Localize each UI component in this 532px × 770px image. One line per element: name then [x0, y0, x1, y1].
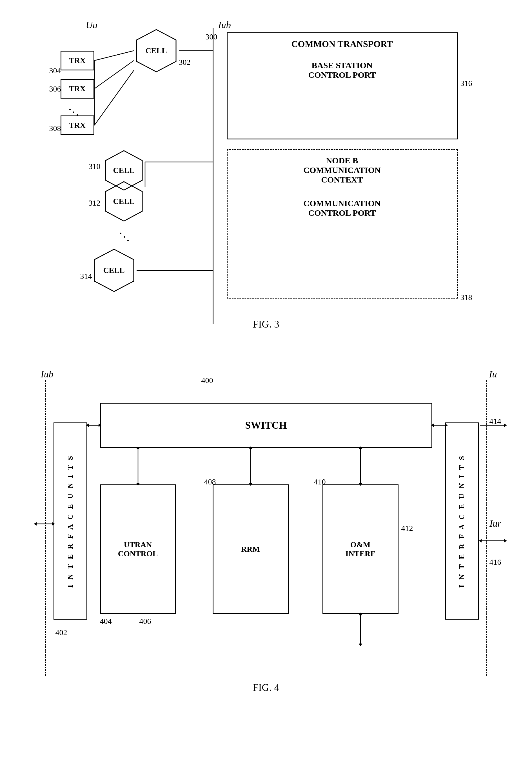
- dots-trx: ·: [69, 104, 71, 115]
- label-302: 302: [179, 58, 191, 67]
- label-402: 402: [55, 628, 67, 637]
- iub-dashed-line: [45, 380, 46, 676]
- om-interf-label: O&MINTERF: [346, 540, 375, 558]
- common-transport-area: COMMON TRANSPORT BASE STATIONCONTROL POR…: [227, 32, 458, 139]
- cell-312-label: CELL: [113, 197, 134, 206]
- trx-306-box: TRX: [61, 79, 94, 99]
- fig3-caption: FIG. 3: [13, 318, 520, 330]
- label-304: 304: [49, 66, 61, 75]
- iub-label: Iub: [218, 20, 231, 30]
- label-404: 404: [100, 617, 112, 626]
- label-306: 306: [49, 84, 61, 94]
- svg-marker-31: [504, 424, 507, 427]
- cell-312-hex: CELL: [103, 180, 145, 222]
- label-300: 300: [206, 32, 217, 41]
- rrm-box: RRM: [213, 484, 289, 614]
- cell-310-label: CELL: [113, 166, 134, 175]
- label-312: 312: [89, 199, 101, 208]
- dots-cell3: ·: [127, 235, 129, 246]
- label-308: 308: [49, 124, 61, 133]
- svg-marker-28: [34, 522, 37, 526]
- right-interface-units-box: I N T E R F A C E U N I T S: [445, 422, 479, 620]
- svg-marker-33: [479, 539, 482, 542]
- label-416: 416: [489, 558, 501, 567]
- svg-line-2: [94, 61, 134, 89]
- common-transport-label: COMMON TRANSPORT: [291, 39, 393, 49]
- fig3-diagram: Uu Iub 300 CELL 302 TRX 304 TRX 306 · · …: [13, 11, 520, 349]
- trx-308-box: TRX: [61, 115, 94, 135]
- label-400: 400: [201, 376, 213, 385]
- base-station-control-port-label: BASE STATIONCONTROL PORT: [308, 61, 376, 80]
- label-316: 316: [460, 79, 472, 88]
- fig4-caption: FIG. 4: [13, 682, 520, 693]
- cell-314-label: CELL: [103, 266, 124, 275]
- cell-314-hex: CELL: [92, 248, 137, 293]
- node-b-comm-context-label: NODE BCOMMUNICATIONCONTEXT: [303, 156, 380, 184]
- svg-marker-34: [504, 539, 507, 542]
- fig4-iub-label: Iub: [41, 369, 54, 380]
- label-314: 314: [80, 272, 92, 281]
- svg-line-1: [94, 51, 134, 61]
- utran-control-label: UTRANCONTROL: [118, 540, 158, 558]
- fig4-diagram: Iub Iu 400 414 Iur 416 I N T E R F A C E…: [13, 366, 520, 732]
- label-318: 318: [460, 293, 472, 302]
- om-interf-box: O&MINTERF: [322, 484, 399, 614]
- rrm-label: RRM: [241, 545, 260, 554]
- left-interface-units-label: I N T E R F A C E U N I T S: [66, 454, 75, 587]
- fig3-connections-top: [13, 11, 213, 152]
- fig4-iur-label: Iur: [489, 518, 501, 529]
- label-408: 408: [204, 477, 216, 486]
- node-b-comm-context-area: NODE BCOMMUNICATIONCONTEXT COMMUNICATION…: [227, 149, 458, 299]
- switch-label: SWITCH: [245, 419, 287, 431]
- vertical-divider: [213, 28, 213, 324]
- uu-label: Uu: [86, 20, 98, 30]
- svg-line-3: [94, 70, 134, 125]
- switch-box: SWITCH: [100, 403, 432, 448]
- right-interface-units-label: I N T E R F A C E U N I T S: [458, 454, 466, 587]
- fig4-iu-label: Iu: [489, 369, 497, 380]
- label-310: 310: [89, 162, 101, 171]
- communication-control-port-label: COMMUNICATIONCONTROL PORT: [303, 199, 380, 218]
- dots-cell2: ·: [123, 232, 126, 242]
- label-406: 406: [139, 617, 151, 626]
- left-interface-units-box: I N T E R F A C E U N I T S: [54, 422, 87, 620]
- label-410: 410: [314, 477, 326, 486]
- iu-dashed-line: [486, 380, 487, 676]
- cell-302-label: CELL: [145, 46, 167, 55]
- svg-marker-36: [359, 644, 362, 646]
- dots-cell1: ·: [120, 228, 122, 239]
- cell-302-hex: CELL: [134, 28, 179, 73]
- utran-control-box: UTRANCONTROL: [100, 484, 176, 614]
- page: Uu Iub 300 CELL 302 TRX 304 TRX 306 · · …: [0, 0, 532, 770]
- label-414: 414: [489, 417, 501, 426]
- label-412: 412: [401, 524, 413, 533]
- trx-304-box: TRX: [61, 51, 94, 70]
